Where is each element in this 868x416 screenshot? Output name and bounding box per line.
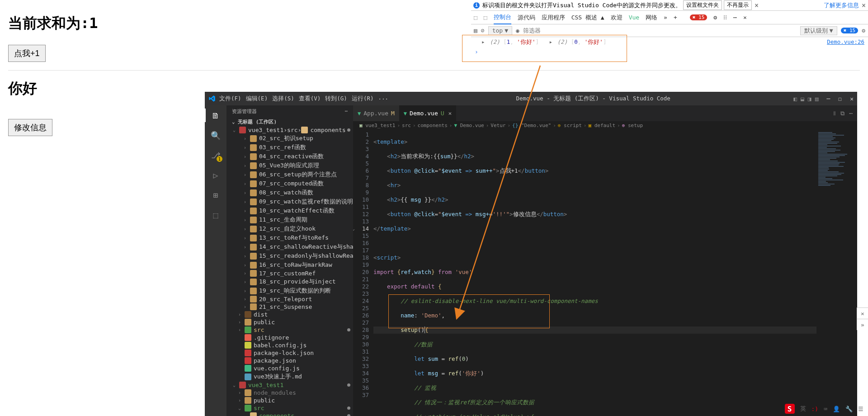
code-editor[interactable]: 1234567891011121314151617181920212223242… <box>353 130 857 416</box>
tab-css[interactable]: CSS 概述 ▲ <box>571 14 604 22</box>
minimize-icon[interactable]: ─ <box>827 95 830 102</box>
console-settings-icon[interactable]: ⚙ <box>862 27 865 34</box>
tab-vue[interactable]: Vue <box>629 14 639 21</box>
toggle-device-icon-2[interactable]: ⬚ <box>484 14 487 21</box>
tab-sources[interactable]: 源代码 <box>518 14 535 22</box>
code-content[interactable]: <template> <h2>当前求和为:{{sum}}</h2> <butto… <box>373 130 816 416</box>
tab-application[interactable]: 应用程序 <box>542 14 565 22</box>
collapsed-panel-expand[interactable]: » <box>857 319 868 330</box>
tree-folder[interactable]: ›06_src_setup的两个注意点 <box>230 170 353 179</box>
tree-file[interactable]: vue3快速上手.md <box>230 372 353 381</box>
ime-keyboard-icon[interactable]: ⌨ <box>824 406 827 412</box>
tree-folder[interactable]: ›05_Vue3的响应式原理 <box>230 161 353 170</box>
tree-folder[interactable]: ›15_src_readonly与shallowReadonly <box>230 251 353 260</box>
tree-folder[interactable]: ›08_src_watch函数 <box>230 188 353 197</box>
tree-folder[interactable]: ›02_src_初识setup <box>230 134 353 143</box>
more-tab-icon[interactable]: ⋯ <box>849 110 853 117</box>
menu-view[interactable]: 查看(V) <box>299 95 321 103</box>
search-icon[interactable]: 🔍 <box>210 130 221 141</box>
tree-folder[interactable]: ›19_src_响应式数据的判断 <box>230 286 353 295</box>
tree-folder[interactable]: ›13_src_toRef与toRefs <box>230 233 353 242</box>
menu-file[interactable]: 文件(F) <box>219 95 241 103</box>
settings-icon[interactable]: ⚙ <box>713 14 717 21</box>
close-banner-icon[interactable]: × <box>755 1 759 9</box>
set-root-button[interactable]: 设置根文件夹 <box>683 0 722 10</box>
tree-folder[interactable]: ›node_modules <box>230 389 353 397</box>
tree-folder[interactable]: ›18_src_provide与inject <box>230 277 353 286</box>
more-icon[interactable]: ⋯ <box>733 14 737 21</box>
error-badge[interactable]: ✖ 15 <box>690 14 708 20</box>
minimap[interactable] <box>816 130 857 416</box>
layout-icon-1[interactable]: ◧ <box>793 95 797 102</box>
filter-input[interactable] <box>523 27 577 34</box>
ime-tool-icon[interactable]: 🔧 <box>845 406 853 412</box>
tree-folder[interactable]: ⌄components <box>230 412 353 416</box>
layout-icon-4[interactable]: ▥ <box>815 95 819 102</box>
menu-more[interactable]: ··· <box>378 95 388 102</box>
extensions-icon[interactable]: ⊞ <box>210 189 221 200</box>
hide-banner-button[interactable]: 不再显示 <box>724 0 752 10</box>
clear-console-icon[interactable]: ⊘ <box>481 27 485 34</box>
ime-lang[interactable]: 英 <box>800 405 806 413</box>
diff-icon[interactable]: ⧉ <box>840 110 844 117</box>
toggle-device-icon[interactable]: ⬚ <box>474 14 477 21</box>
close-window-icon[interactable]: ✕ <box>850 95 854 102</box>
tree-folder[interactable]: ›12_src_自定义hook <box>230 224 353 233</box>
tree-folder[interactable]: ›03_src_ref函数 <box>230 143 353 152</box>
tree-file[interactable]: package.json <box>230 357 353 364</box>
tree-folder[interactable]: ›20_src_Teleport <box>230 295 353 303</box>
increment-button[interactable]: 点我+1 <box>8 45 46 62</box>
explorer-icon[interactable]: 🗎 <box>210 110 221 121</box>
tree-folder[interactable]: ›09_src_watch监视ref数据的说明 <box>230 197 353 206</box>
explorer-more-icon[interactable]: ⋯ <box>344 108 348 115</box>
ime-menu-icon[interactable]: ☰ <box>858 406 863 412</box>
add-tab-icon[interactable]: + <box>674 14 677 21</box>
split-icon[interactable]: ⫴ <box>833 110 836 117</box>
tree-folder[interactable]: ›src <box>230 326 353 334</box>
menu-edit[interactable]: 编辑(E) <box>246 95 268 103</box>
tab-network[interactable]: 网络 <box>646 14 657 22</box>
more-tabs-icon[interactable]: » <box>664 14 667 21</box>
tab-console[interactable]: 控制台 <box>494 11 511 24</box>
tree-folder[interactable]: ›public <box>230 397 353 404</box>
ime-user-icon[interactable]: 👤 <box>833 406 840 412</box>
close-devtools-icon[interactable]: × <box>743 14 747 21</box>
run-icon[interactable]: ▷ <box>210 170 221 180</box>
remote-icon[interactable]: ⬚ <box>210 209 221 220</box>
tab-app[interactable]: ▼App.vueM <box>353 105 399 121</box>
tree-file[interactable]: .gitignore <box>230 334 353 341</box>
layout-icon-3[interactable]: ◨ <box>808 95 811 102</box>
collapsed-panel-close[interactable]: × <box>857 307 868 319</box>
tree-file[interactable]: package-lock.json <box>230 349 353 357</box>
tree-folder[interactable]: ›dist <box>230 311 353 318</box>
tab-demo[interactable]: ▼Demo.vue U× <box>399 105 457 121</box>
close-banner-icon-2[interactable]: × <box>862 1 866 9</box>
maximize-icon[interactable]: ☐ <box>838 95 842 102</box>
modify-button[interactable]: 修改信息 <box>8 119 52 136</box>
tree-folder[interactable]: ›21_src_Suspense <box>230 303 353 311</box>
menu-goto[interactable]: 转到(G) <box>325 95 347 103</box>
tree-file[interactable]: vue.config.js <box>230 364 353 372</box>
sogou-icon[interactable]: S <box>785 404 795 414</box>
source-link[interactable]: Demo.vue:26 <box>827 38 864 46</box>
menu-run[interactable]: 运行(R) <box>352 95 374 103</box>
tree-root[interactable]: ⌄vue3_test1 › src › components <box>230 126 353 134</box>
tree-file[interactable]: babel.config.js <box>230 341 353 349</box>
tree-folder[interactable]: ›11_src_生命周期 <box>230 215 353 224</box>
tree-folder[interactable]: ⌄src <box>230 404 353 412</box>
tab-welcome[interactable]: 欢迎 <box>611 14 623 22</box>
tree-root-2[interactable]: ⌄vue3_test1 <box>230 381 353 389</box>
tree-folder[interactable]: ›16_src_toRaw与markRaw <box>230 260 353 269</box>
tree-folder[interactable]: ›04_src_reactive函数 <box>230 152 353 161</box>
menu-select[interactable]: 选择(S) <box>272 95 294 103</box>
level-select[interactable]: 默认级别 ▼ <box>800 26 837 35</box>
workspace-title[interactable]: ⌄ 无标题 (工作区) <box>226 118 353 126</box>
tree-folder[interactable]: ›10_src_watchEffect函数 <box>230 206 353 215</box>
close-tab-icon[interactable]: × <box>448 110 452 117</box>
layout-icon-2[interactable]: ⬓ <box>801 95 804 102</box>
breadcrumb[interactable]: ▣ vue3_test1›src›components›▼ Demo.vue›V… <box>353 121 857 130</box>
eye-icon[interactable]: ◉ <box>516 27 519 34</box>
tree-folder[interactable]: ›17_src_customRef <box>230 269 353 277</box>
customize-icon[interactable]: ⁝⁝ <box>723 14 727 21</box>
source-control-icon[interactable]: ⎇1 <box>210 150 221 161</box>
